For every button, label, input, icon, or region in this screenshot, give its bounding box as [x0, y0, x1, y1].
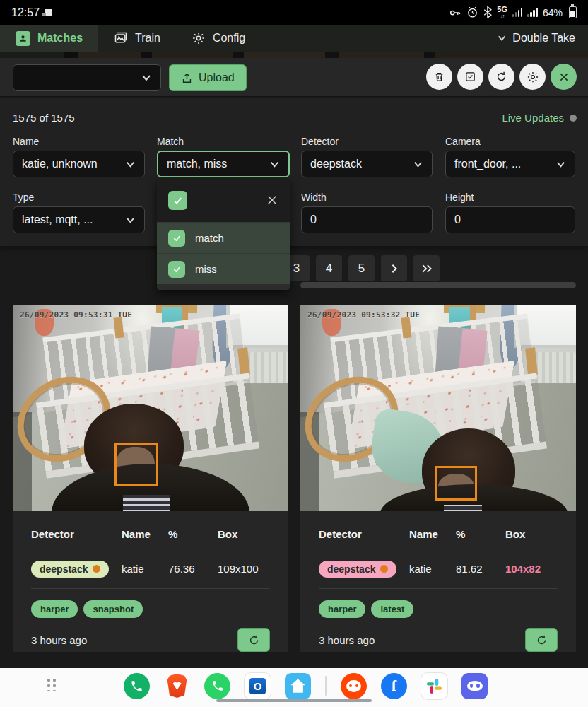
filter-name-value: katie, unknown: [22, 158, 98, 170]
outlook-icon[interactable]: O: [245, 673, 271, 699]
detection-box: [435, 466, 477, 501]
match-snapshot[interactable]: 26/09/2023 09:53:31 TUE: [13, 305, 288, 511]
bluetooth-icon: [483, 6, 492, 18]
tag-type: latest: [371, 600, 413, 618]
filter-name-select[interactable]: katie, unknown: [13, 151, 145, 177]
horizontal-scrollbar[interactable]: [300, 282, 576, 288]
next-page-button[interactable]: [381, 255, 407, 281]
col-percent: %: [168, 528, 218, 540]
match-card: 26/09/2023 09:53:32 TUE Detector Name % …: [300, 305, 576, 652]
reprocess-button[interactable]: [525, 628, 558, 652]
filename-select[interactable]: [13, 64, 161, 91]
tab-matches[interactable]: Matches: [0, 25, 98, 52]
tab-train[interactable]: Train: [98, 25, 176, 52]
brave-shield: [167, 674, 188, 698]
confidence: 76.36: [168, 563, 218, 575]
reddit-icon[interactable]: [341, 673, 367, 699]
phone-icon[interactable]: [124, 673, 150, 699]
match-checkbox[interactable]: [168, 230, 185, 247]
nav-bar: Matches Train Config Double Take: [0, 25, 588, 52]
slack-hash: [426, 678, 442, 694]
select-all-button[interactable]: [457, 64, 483, 90]
timestamp-relative: 3 hours ago: [319, 634, 375, 646]
discord-icon[interactable]: [461, 673, 488, 699]
page-5-button[interactable]: 5: [348, 255, 375, 281]
home-assistant-icon[interactable]: [285, 673, 311, 699]
tab-train-label: Train: [135, 32, 160, 45]
miss-checkbox[interactable]: [168, 261, 185, 278]
filter-type-select[interactable]: latest, mqtt, ...: [13, 206, 145, 233]
whatsapp-icon[interactable]: [204, 673, 230, 699]
page-label: 5: [358, 262, 365, 276]
filter-width-field: [301, 206, 433, 233]
live-updates[interactable]: Live Updates: [502, 112, 577, 124]
facebook-icon[interactable]: f: [381, 673, 407, 699]
page-label: 3: [293, 262, 300, 276]
tab-config[interactable]: Config: [176, 25, 261, 52]
select-all-checkbox[interactable]: [168, 191, 187, 210]
striped-shirt: [444, 505, 483, 511]
page-label: 4: [326, 262, 332, 276]
gear-icon: [192, 31, 206, 45]
striped-shirt: [123, 495, 170, 511]
option-match[interactable]: match: [157, 222, 290, 253]
tab-config-label: Config: [213, 32, 245, 45]
trash-icon: [433, 71, 445, 83]
match-snapshot[interactable]: 26/09/2023 09:53:32 TUE: [300, 305, 576, 511]
option-miss[interactable]: miss: [157, 253, 290, 284]
slack-icon[interactable]: [421, 673, 447, 699]
chevron-down-icon: [497, 33, 507, 43]
camera-timestamp: 26/09/2023 09:53:32 TUE: [307, 310, 420, 320]
app-drawer-icon[interactable]: [45, 677, 59, 691]
filter-match-select[interactable]: match, miss: [157, 151, 290, 177]
settings-button[interactable]: [519, 64, 546, 90]
filter-detector-select[interactable]: deepstack: [301, 151, 433, 177]
filter-camera-select[interactable]: front_door, ...: [445, 151, 575, 177]
clear-selection-icon[interactable]: [266, 194, 278, 206]
timestamp-relative: 3 hours ago: [31, 634, 87, 646]
page-4-button[interactable]: 4: [316, 255, 342, 281]
filter-name-label: Name: [13, 136, 39, 147]
tag-type: snapshot: [83, 600, 143, 618]
detector-name: deepstack: [40, 563, 88, 575]
brave-icon[interactable]: [164, 673, 190, 699]
status-bar: 12:57 5G↓↑ 64%: [0, 0, 588, 25]
last-page-button[interactable]: [413, 255, 440, 281]
app-title-menu[interactable]: Double Take: [484, 25, 588, 52]
whatsapp-glyph: [211, 679, 224, 692]
facebook-glyph: f: [392, 677, 396, 695]
tag-list: harper snapshot: [31, 600, 270, 618]
clock: 12:57: [11, 6, 40, 19]
refresh-button[interactable]: [488, 64, 514, 90]
battery-percent: 64%: [543, 7, 563, 18]
double-take-app: 12:57 5G↓↑ 64% Matches Train Confi: [0, 0, 588, 707]
width-input[interactable]: [310, 214, 423, 226]
col-detector: Detector: [31, 528, 122, 540]
live-updates-dot: [570, 115, 577, 122]
checkbox-icon: [464, 71, 476, 83]
tag-list: harper latest: [319, 600, 558, 618]
reprocess-button[interactable]: [237, 628, 270, 652]
upload-icon: [181, 72, 193, 84]
check-icon: [172, 264, 182, 274]
discord-face: [467, 681, 483, 691]
camera-timestamp: 26/09/2023 09:53:31 TUE: [20, 310, 132, 320]
outlook-tile: O: [249, 678, 266, 694]
delete-button[interactable]: [426, 64, 452, 90]
filter-width-label: Width: [301, 192, 327, 203]
app-title: Double Take: [512, 32, 575, 45]
dropdown-footer: [157, 284, 290, 290]
table-row: deepstack katie 76.36 109x100: [31, 549, 270, 589]
reddit-face: [346, 680, 361, 692]
home-indicator[interactable]: [216, 699, 372, 702]
notification-icon: [45, 9, 52, 16]
check-icon: [172, 195, 183, 206]
phone-glyph: [130, 679, 143, 693]
filter-height-field: [445, 206, 575, 233]
box-size: 104x82: [505, 563, 558, 575]
detector-badge: deepstack: [31, 561, 109, 578]
upload-button[interactable]: Upload: [169, 64, 247, 91]
col-percent: %: [456, 528, 505, 540]
close-filters-button[interactable]: [551, 64, 577, 90]
height-input[interactable]: [454, 214, 566, 226]
